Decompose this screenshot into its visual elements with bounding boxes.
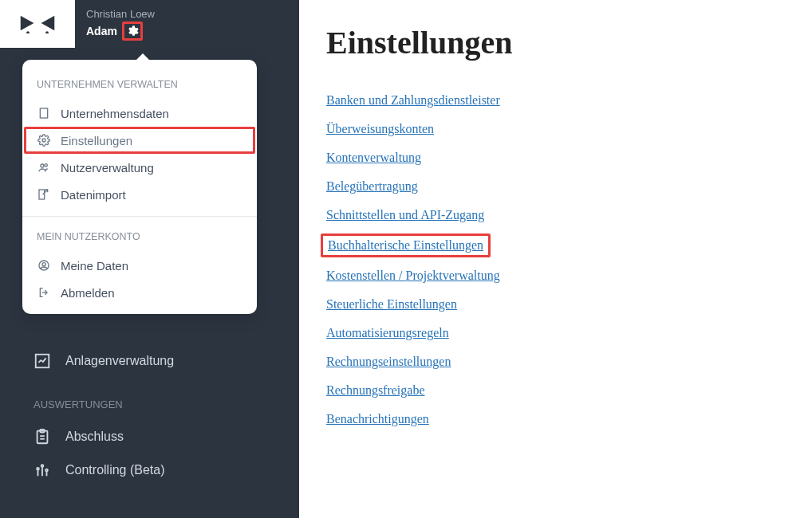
sidebar-item-label: Controlling (Beta) (65, 463, 165, 477)
gear-icon (37, 133, 51, 147)
dropdown-item-label: Einstellungen (61, 134, 132, 147)
dropdown-divider (22, 216, 257, 217)
link-accounting-settings[interactable]: Buchhalterische Einstellungen (328, 238, 483, 252)
link-invoice-settings[interactable]: Rechnungseinstellungen (326, 355, 451, 369)
svg-point-26 (45, 469, 48, 472)
dropdown-section-account: MEIN NUTZERKONTO (22, 225, 257, 252)
link-invoice-approval[interactable]: Rechnungsfreigabe (326, 383, 425, 398)
settings-links-list: Banken und Zahlungsdienstleister Überwei… (326, 93, 785, 426)
svg-point-24 (37, 468, 39, 470)
dropdown-item-company-data[interactable]: Unternehmensdaten (22, 100, 257, 127)
logout-icon (37, 285, 51, 300)
link-api-access[interactable]: Schnittstellen und API-Zugang (326, 208, 484, 222)
dropdown-item-label: Meine Daten (61, 259, 128, 273)
svg-point-0 (26, 31, 30, 33)
link-transfer-accounts[interactable]: Überweisungskonten (326, 122, 434, 136)
svg-rect-12 (39, 190, 45, 199)
sliders-chart-icon (34, 461, 51, 479)
svg-point-14 (42, 263, 45, 266)
dropdown-item-label: Nutzerverwaltung (61, 161, 154, 175)
dropdown-item-user-management[interactable]: Nutzerverwaltung (22, 154, 257, 181)
sidebar-item-closing[interactable]: Abschluss (0, 420, 299, 453)
settings-dropdown: UNTERNEHMEN VERWALTEN Unternehmensdaten … (22, 60, 257, 314)
user-circle-icon (37, 258, 51, 273)
link-cost-centers[interactable]: Kostenstellen / Projektverwaltung (326, 269, 500, 283)
dropdown-item-my-data[interactable]: Meine Daten (22, 252, 257, 279)
dropdown-item-data-import[interactable]: Datenimport (22, 181, 257, 208)
company-name: Adam (86, 25, 117, 37)
sidebar-nav: Anlagenverwaltung AUSWERTUNGEN Abschluss… (0, 344, 299, 487)
dropdown-item-settings[interactable]: Einstellungen (24, 127, 255, 154)
gear-icon (126, 25, 139, 37)
sidebar-item-controlling[interactable]: Controlling (Beta) (0, 453, 299, 487)
dropdown-item-label: Abmelden (61, 286, 115, 300)
link-tax-settings[interactable]: Steuerliche Einstellungen (326, 297, 457, 312)
dropdown-section-company: UNTERNEHMEN VERWALTEN (22, 73, 257, 100)
svg-point-25 (41, 465, 44, 467)
dropdown-item-label: Datenimport (61, 188, 126, 202)
dropdown-item-label: Unternehmensdaten (61, 107, 169, 120)
sidebar-section-reports: AUSWERTUNGEN (0, 378, 299, 420)
user-name: Christian Loew (86, 8, 155, 20)
dropdown-item-logout[interactable]: Abmelden (22, 279, 257, 306)
svg-point-10 (41, 164, 44, 167)
main-content: Einstellungen Banken und Zahlungsdienstl… (299, 0, 812, 518)
settings-gear-highlighted[interactable] (122, 22, 143, 41)
bowtie-icon (18, 14, 57, 33)
link-banks[interactable]: Banken und Zahlungsdienstleister (326, 93, 500, 108)
user-info[interactable]: Christian Loew Adam (75, 8, 155, 41)
link-automation-rules[interactable]: Automatisierungsregeln (326, 326, 449, 340)
link-account-management[interactable]: Kontenverwaltung (326, 151, 421, 165)
link-accounting-settings-highlight: Buchhalterische Einstellungen (321, 233, 491, 257)
building-icon (37, 106, 51, 120)
svg-point-9 (42, 139, 45, 142)
sidebar-item-label: Abschluss (65, 430, 124, 444)
sidebar: Christian Loew Adam UNTERNEHMEN VERWALTE… (0, 0, 299, 518)
import-icon (37, 187, 51, 202)
sidebar-item-assets[interactable]: Anlagenverwaltung (0, 344, 299, 378)
svg-rect-2 (40, 108, 47, 118)
clipboard-icon (34, 428, 51, 445)
link-document-transfer[interactable]: Belegübertragung (326, 179, 418, 194)
users-icon (37, 160, 51, 175)
svg-point-1 (45, 31, 49, 33)
header-bar: Christian Loew Adam (0, 0, 299, 48)
logo[interactable] (0, 0, 75, 48)
page-title: Einstellungen (326, 24, 785, 61)
sidebar-item-label: Anlagenverwaltung (65, 354, 174, 368)
link-notifications[interactable]: Benachrichtigungen (326, 412, 429, 426)
chart-box-icon (34, 352, 51, 370)
svg-point-11 (45, 164, 47, 167)
